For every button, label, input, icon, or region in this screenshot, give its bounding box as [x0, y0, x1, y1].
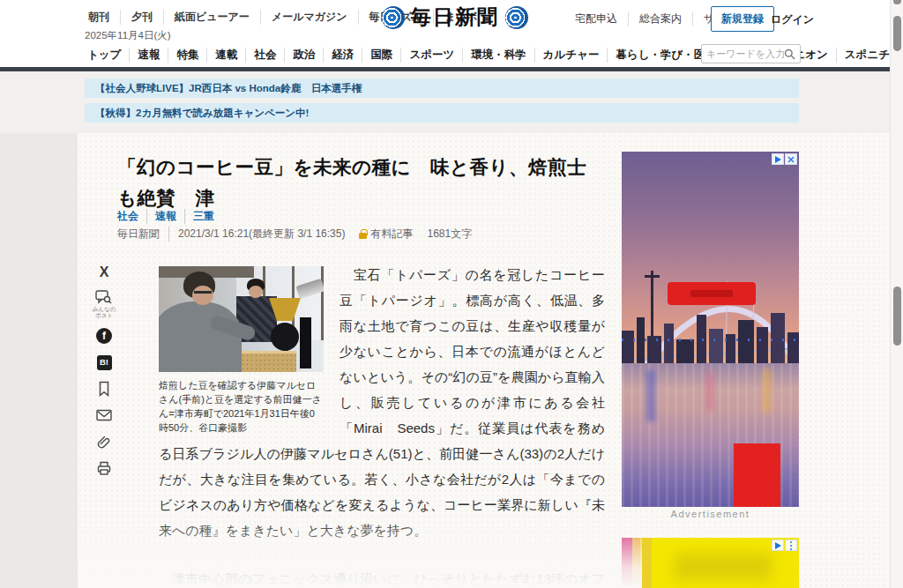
ad-reflection-blue — [646, 370, 655, 421]
bookmark-icon — [97, 381, 111, 397]
mainichi-eye-icon — [505, 6, 528, 29]
mail-icon — [96, 409, 112, 421]
nav-item-science[interactable]: 環境・科学 — [462, 48, 534, 63]
ad-reflection-pink — [706, 372, 713, 411]
nav-item-feature[interactable]: 特集 — [168, 48, 206, 63]
nav-item-economy[interactable]: 経済 — [323, 48, 362, 63]
utility-link-guide[interactable]: 総合案内 — [628, 11, 692, 26]
photo-roaster-funnel — [269, 298, 301, 321]
display-ad-city-bridge[interactable] — [622, 152, 799, 507]
scrollbar-thumb[interactable] — [893, 16, 901, 51]
ad-close-icon[interactable] — [785, 153, 797, 165]
minna-post-button[interactable]: みんなの ポスト — [93, 290, 116, 318]
ad2-graphic — [675, 554, 772, 580]
hatena-bookmark-icon: B! — [97, 355, 112, 370]
adchoices-icon[interactable] — [772, 540, 784, 551]
nav-item-sponichi[interactable]: スポニチ — [836, 48, 898, 63]
photo-person2-face — [249, 286, 263, 298]
top-link-morning-edition[interactable]: 朝刊 — [78, 10, 120, 25]
search-input[interactable] — [706, 48, 784, 59]
top-link-evening-edition[interactable]: 夕刊 — [120, 10, 163, 25]
share-facebook-button[interactable]: f — [95, 327, 113, 345]
page-scrollbar[interactable] — [890, 0, 903, 588]
x-icon: X — [100, 265, 109, 279]
ad-controls — [772, 153, 797, 165]
logo-text: 毎日新聞 — [411, 4, 499, 31]
article-figure: 焙煎した豆を確認する伊藤マルセロさん(手前)と豆を選定する前田健一さん=津市寿町… — [159, 266, 324, 435]
tag-mie[interactable]: 三重 — [184, 209, 222, 224]
nav-item-society[interactable]: 社会 — [245, 48, 284, 63]
current-date: 2025年11月4日(火) — [85, 29, 171, 42]
printer-icon — [96, 460, 112, 476]
photo-caption: 焙煎した豆を確認する伊藤マルセロさん(手前)と豆を選定する前田健一さん=津市寿町… — [159, 378, 324, 435]
adchoices-icon[interactable] — [772, 153, 784, 165]
nav-item-breaking[interactable]: 速報 — [129, 48, 168, 63]
article-paragraph: 津市中心部のフェニックス通り沿いに、ひっそりとたたずむ13坪のオフィスで農園との… — [159, 566, 605, 588]
ad-reflection-gold — [763, 368, 771, 413]
login-link[interactable]: ログイン — [771, 12, 814, 27]
ad-skyline — [622, 306, 799, 366]
banner-link-campaign[interactable]: 【秋得】2カ月無料で読み放題キャンペーン中! — [85, 103, 799, 123]
mail-button[interactable] — [95, 406, 113, 424]
article-photo[interactable] — [159, 266, 324, 372]
byline-timestamp: 2021/3/1 16:21(最終更新 3/1 16:35) — [169, 227, 345, 242]
header-divider-bar — [0, 67, 890, 71]
print-button[interactable] — [95, 459, 113, 477]
tag-breaking[interactable]: 速報 — [146, 209, 184, 224]
article-byline: 毎日新聞 2021/3/1 16:21(最終更新 3/1 16:35) 有料記事… — [117, 227, 472, 242]
nav-item-world[interactable]: 国際 — [362, 48, 400, 63]
facebook-icon: f — [96, 328, 112, 344]
nav-item-politics[interactable]: 政治 — [284, 48, 323, 63]
banner-link-baseball-live[interactable]: 【社会人野球LIVE】JR西日本 vs Honda鈴鹿 日本選手権 — [85, 78, 799, 98]
photo-roaster-drum — [271, 323, 299, 351]
article-title: 「幻のコーヒー豆」を未来の種に 味と香り、焙煎士も絶賛 津 — [117, 153, 604, 214]
article-tags: 社会 速報 三重 — [117, 209, 222, 224]
search-box[interactable] — [701, 44, 801, 63]
photo-person1-face — [192, 286, 213, 305]
lock-icon — [359, 233, 367, 239]
share-x-button[interactable]: X — [95, 264, 113, 281]
ad-menu-icon[interactable] — [785, 540, 797, 551]
article-body: 焙煎した豆を確認する伊藤マルセロさん(手前)と豆を選定する前田健一さん=津市寿町… — [159, 262, 605, 588]
share-hatena-button[interactable]: B! — [95, 354, 113, 371]
mainichi-eye-icon — [382, 6, 405, 29]
char-count: 1681文字 — [427, 227, 472, 242]
photo-person1-body — [159, 301, 242, 372]
mainichi-logo[interactable]: 毎日新聞 — [382, 4, 528, 31]
bookmark-button[interactable] — [95, 380, 113, 398]
comment-search-icon — [95, 290, 112, 305]
nav-item-series[interactable]: 連載 — [206, 48, 245, 63]
copy-link-button[interactable] — [95, 433, 113, 450]
minna-post-label: みんなの ポスト — [93, 306, 116, 318]
photo-person1-glasses — [194, 291, 212, 294]
display-ad-yellow[interactable] — [622, 538, 799, 588]
ad-red-panel — [734, 443, 780, 507]
nav-item-culture[interactable]: カルチャー — [534, 48, 608, 63]
scrollbar-thumb[interactable] — [893, 287, 901, 346]
signup-button[interactable]: 新規登録 — [711, 6, 774, 32]
nav-item-sports[interactable]: スポーツ — [400, 48, 462, 63]
nav-item-top[interactable]: トップ — [79, 48, 129, 63]
share-column: X みんなの ポスト f B! — [90, 264, 118, 477]
advertisement-label: Advertisement — [622, 509, 799, 519]
tag-society[interactable]: 社会 — [117, 209, 146, 224]
ad-cta-button[interactable] — [668, 282, 756, 305]
byline-source: 毎日新聞 — [117, 227, 169, 242]
top-link-mail-magazine[interactable]: メールマガジン — [260, 10, 358, 25]
paid-article-label: 有料記事 — [370, 227, 413, 242]
utility-link-delivery[interactable]: 宅配申込 — [564, 11, 628, 26]
ad2-controls — [772, 540, 797, 551]
paperclip-icon — [97, 435, 112, 450]
top-link-paper-viewer[interactable]: 紙面ビューアー — [163, 10, 260, 25]
search-icon[interactable] — [784, 48, 795, 60]
photo-roaster-column — [300, 317, 311, 368]
scrollbar-thumb[interactable] — [893, 0, 901, 4]
site-header: 朝刊 夕刊 紙面ビューアー メールマガジン 毎日パズル まいボ 毎日新聞 宅配申… — [0, 0, 890, 67]
ad-promenade-lights — [622, 339, 799, 341]
